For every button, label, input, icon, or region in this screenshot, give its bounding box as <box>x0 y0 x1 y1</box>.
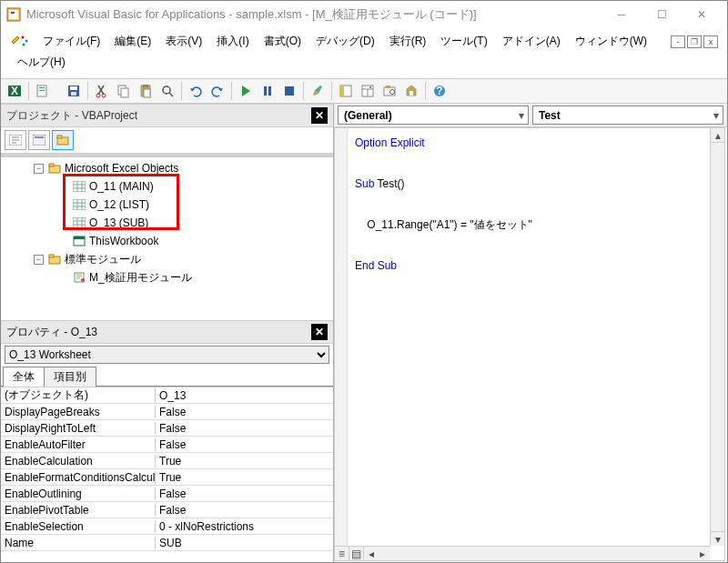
maximize-button[interactable]: ☐ <box>642 2 682 27</box>
project-explorer-button[interactable] <box>336 81 356 101</box>
sheet-item-1[interactable]: O_12 (LIST) <box>1 196 333 214</box>
svg-rect-41 <box>49 164 54 166</box>
menu-insert[interactable]: 挿入(I) <box>209 31 256 52</box>
folder-excel-objects[interactable]: − Microsoft Excel Objects <box>1 159 333 177</box>
svg-point-3 <box>22 35 25 38</box>
menu-window[interactable]: ウィンドウ(W) <box>568 31 654 52</box>
help-button[interactable]: ? <box>430 81 450 101</box>
menu-tools[interactable]: ツール(T) <box>433 31 494 52</box>
close-button[interactable]: ✕ <box>682 2 722 27</box>
svg-rect-9 <box>39 87 45 88</box>
toggle-folders-button[interactable] <box>52 130 74 150</box>
folder-std-modules[interactable]: − 標準モジュール <box>1 250 333 268</box>
prop-row: (オブジェクト名)O_13 <box>1 387 333 404</box>
full-module-view-button[interactable]: ▤ <box>349 547 364 560</box>
svg-rect-2 <box>11 12 15 14</box>
properties-window-button[interactable] <box>358 81 378 101</box>
minimize-button[interactable]: ─ <box>602 2 642 27</box>
folder-std-modules-label: 標準モジュール <box>65 252 141 267</box>
menu-file[interactable]: ファイル(F) <box>35 31 107 52</box>
save-button[interactable] <box>64 81 84 101</box>
object-browser-button[interactable] <box>379 81 399 101</box>
horizontal-scrollbar[interactable]: ≡ ▤ ◂▸ <box>335 546 710 560</box>
svg-rect-32 <box>410 91 413 96</box>
thisworkbook-label: ThisWorkbook <box>89 235 158 247</box>
properties-object-select[interactable]: O_13 Worksheet <box>5 346 329 364</box>
break-button[interactable] <box>258 81 278 101</box>
code-header: (General) Test <box>334 104 727 127</box>
design-mode-button[interactable] <box>308 81 328 101</box>
svg-point-4 <box>25 39 28 42</box>
menu-debug[interactable]: デバッグ(D) <box>308 31 382 52</box>
thisworkbook-item[interactable]: ThisWorkbook <box>1 232 333 250</box>
prop-row: EnableFormatConditionsCalculationTrue <box>1 469 333 486</box>
project-tree[interactable]: − Microsoft Excel Objects O_11 (MAIN) O_… <box>1 156 333 320</box>
vertical-scrollbar[interactable]: ▴▾ <box>710 128 724 546</box>
view-excel-button[interactable]: X <box>5 81 25 101</box>
menu-format[interactable]: 書式(O) <box>257 31 308 52</box>
copy-button[interactable] <box>114 81 134 101</box>
menu-run[interactable]: 実行(R) <box>382 31 434 52</box>
reset-button[interactable] <box>279 81 299 101</box>
object-combo[interactable]: (General) <box>338 106 529 125</box>
insert-module-button[interactable] <box>33 81 53 101</box>
sheet-item-2-label: O_13 (SUB) <box>89 216 148 229</box>
redo-button[interactable] <box>207 81 228 101</box>
menu-addins[interactable]: アドイン(A) <box>495 31 568 52</box>
project-pane-close[interactable]: ✕ <box>311 107 328 124</box>
svg-text:?: ? <box>436 85 442 97</box>
svg-rect-22 <box>264 86 267 96</box>
svg-rect-1 <box>9 10 18 19</box>
view-code-button[interactable] <box>5 130 26 150</box>
mdi-restore[interactable]: ❐ <box>687 35 702 48</box>
svg-rect-37 <box>35 136 44 138</box>
paste-button[interactable] <box>136 81 156 101</box>
menu-help[interactable]: ヘルプ(H) <box>10 52 73 73</box>
svg-rect-12 <box>70 86 77 90</box>
properties-grid[interactable]: (オブジェクト名)O_13 DisplayPageBreaksFalse Dis… <box>1 387 333 563</box>
find-button[interactable] <box>157 81 177 101</box>
svg-point-28 <box>369 86 371 88</box>
module-icon <box>72 271 86 284</box>
procedure-view-button[interactable]: ≡ <box>335 547 349 560</box>
module-item[interactable]: M_検証用モジュール <box>1 268 333 287</box>
svg-rect-39 <box>57 136 62 138</box>
collapse-icon[interactable]: − <box>34 255 44 265</box>
svg-rect-19 <box>143 85 148 87</box>
tab-all[interactable]: 全体 <box>3 367 45 387</box>
menu-edit[interactable]: 編集(E) <box>107 31 158 52</box>
code-text[interactable]: Option Explicit Sub Test() O_11.Range("A… <box>355 132 708 276</box>
procedure-combo[interactable]: Test <box>532 106 723 125</box>
svg-rect-42 <box>73 181 86 192</box>
toolbox-button[interactable] <box>401 81 421 101</box>
properties-pane-close[interactable]: ✕ <box>311 324 328 340</box>
sheet-item-1-label: O_12 (LIST) <box>89 198 149 211</box>
prop-row: DisplayPageBreaksFalse <box>1 404 333 420</box>
menu-view[interactable]: 表示(V) <box>158 31 209 52</box>
prop-row: EnableSelection0 - xlNoRestrictions <box>1 518 333 535</box>
svg-rect-48 <box>49 255 54 257</box>
cut-button[interactable] <box>92 81 112 101</box>
folder-excel-objects-label: Microsoft Excel Objects <box>65 162 178 175</box>
workbook-icon <box>72 235 86 247</box>
undo-button[interactable] <box>186 81 206 101</box>
code-editor[interactable]: Option Explicit Sub Test() O_11.Range("A… <box>334 127 725 561</box>
workspace: プロジェクト - VBAProject ✕ − Microsoft Excel … <box>1 104 727 563</box>
properties-pane-title: プロパティ - O_13 ✕ <box>1 320 333 344</box>
view-object-button[interactable] <box>28 130 50 150</box>
collapse-icon[interactable]: − <box>34 164 44 174</box>
svg-rect-43 <box>73 199 86 210</box>
code-pane: (General) Test Option Explicit Sub Test(… <box>334 104 727 563</box>
tab-categorized[interactable]: 項目別 <box>44 367 96 387</box>
mdi-close[interactable]: x <box>703 35 718 48</box>
sheet-item-0[interactable]: O_11 (MAIN) <box>1 177 333 196</box>
svg-point-50 <box>81 278 85 282</box>
sheet-item-2[interactable]: O_13 (SUB) <box>1 214 333 232</box>
mdi-minimize[interactable]: - <box>671 35 685 48</box>
svg-text:X: X <box>11 85 18 97</box>
properties-object-selector[interactable]: O_13 Worksheet <box>1 344 333 366</box>
app-icon <box>6 7 21 22</box>
run-button[interactable] <box>236 81 256 101</box>
svg-rect-30 <box>386 85 390 88</box>
properties-tabs: 全体 項目別 <box>1 366 333 387</box>
